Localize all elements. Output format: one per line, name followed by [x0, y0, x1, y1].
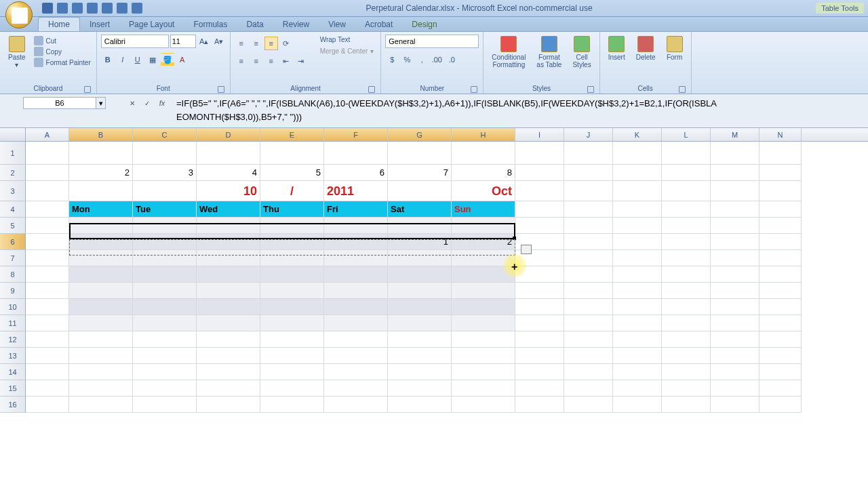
row-header[interactable]: 3 [0, 181, 26, 201]
col-header[interactable]: E [260, 128, 324, 141]
align-center-button[interactable]: ≡ [250, 54, 263, 68]
align-top-button[interactable]: ≡ [235, 37, 248, 50]
border-button[interactable]: ▦ [146, 53, 159, 66]
cell[interactable] [662, 364, 711, 380]
cell[interactable] [133, 283, 197, 299]
cell[interactable] [197, 142, 260, 165]
cell[interactable] [69, 266, 133, 283]
cell[interactable] [662, 218, 711, 234]
cell[interactable] [26, 165, 69, 181]
cell[interactable] [711, 250, 760, 266]
format-cells-button[interactable]: Form [663, 35, 687, 83]
cell[interactable] [26, 266, 69, 283]
select-all-corner[interactable] [0, 128, 26, 141]
row-header[interactable]: 5 [0, 218, 26, 234]
row-header[interactable]: 15 [0, 380, 26, 396]
cell[interactable] [662, 283, 711, 299]
row-header[interactable]: 4 [0, 201, 26, 218]
cell[interactable] [613, 165, 662, 181]
font-color-button[interactable]: A [176, 53, 189, 66]
cell[interactable] [260, 234, 324, 250]
cell[interactable] [452, 396, 515, 413]
row-header[interactable]: 10 [0, 299, 26, 315]
cell-grid[interactable]: 122345678310/2011Oct4MonTueWedThuFriSatS… [0, 142, 868, 413]
cell[interactable] [515, 181, 564, 201]
col-header[interactable]: J [564, 128, 613, 141]
cell[interactable] [324, 380, 388, 396]
undo-icon[interactable] [57, 3, 68, 14]
cell[interactable] [260, 380, 324, 396]
cell[interactable] [452, 250, 515, 266]
cell[interactable]: 7 [388, 165, 452, 181]
row-header[interactable]: 7 [0, 250, 26, 266]
cell[interactable] [197, 380, 260, 396]
cell[interactable] [324, 266, 388, 283]
cell[interactable] [515, 201, 564, 218]
cell[interactable] [515, 165, 564, 181]
cell[interactable] [69, 283, 133, 299]
name-box-dropdown[interactable]: ▾ [96, 97, 106, 109]
cell[interactable] [711, 201, 760, 218]
cell[interactable] [662, 380, 711, 396]
row-header[interactable]: 8 [0, 266, 26, 283]
cell[interactable]: 2 [452, 234, 515, 250]
cell[interactable] [564, 299, 613, 315]
cell[interactable] [662, 315, 711, 331]
cell[interactable] [515, 331, 564, 348]
cell[interactable] [69, 364, 133, 380]
cell[interactable] [760, 142, 802, 165]
cell[interactable] [711, 142, 760, 165]
cell[interactable] [260, 396, 324, 413]
cell[interactable] [69, 380, 133, 396]
cell[interactable] [515, 142, 564, 165]
cell[interactable]: / [260, 181, 324, 201]
wrap-text-button[interactable]: Wrap Text [315, 35, 377, 45]
cell[interactable] [133, 142, 197, 165]
cell[interactable] [760, 165, 802, 181]
col-header[interactable]: N [760, 128, 802, 141]
cell[interactable] [711, 181, 760, 201]
cell[interactable] [711, 315, 760, 331]
cell[interactable] [260, 142, 324, 165]
cell[interactable] [26, 234, 69, 250]
cell[interactable] [388, 348, 452, 364]
cell[interactable] [760, 364, 802, 380]
cell[interactable] [515, 380, 564, 396]
office-button[interactable] [5, 1, 33, 28]
cell[interactable]: Sun [452, 201, 515, 218]
cell[interactable] [662, 266, 711, 283]
cell[interactable] [760, 396, 802, 413]
cell[interactable] [564, 348, 613, 364]
col-header[interactable]: G [388, 128, 452, 141]
delete-cells-button[interactable]: Delete [632, 35, 660, 83]
cell[interactable] [388, 315, 452, 331]
cell[interactable] [760, 348, 802, 364]
bold-button[interactable]: B [101, 53, 115, 66]
cell[interactable] [69, 181, 133, 201]
cell[interactable] [564, 364, 613, 380]
cell[interactable] [69, 299, 133, 315]
cell[interactable] [69, 315, 133, 331]
cell[interactable]: 1 [388, 234, 452, 250]
number-format-select[interactable] [385, 35, 479, 48]
cell[interactable] [388, 218, 452, 234]
cell[interactable] [260, 266, 324, 283]
insert-cells-button[interactable]: Insert [604, 35, 629, 83]
cell[interactable] [452, 142, 515, 165]
cell[interactable] [711, 380, 760, 396]
cell[interactable] [613, 348, 662, 364]
cell[interactable] [760, 315, 802, 331]
cell[interactable] [260, 315, 324, 331]
cell[interactable]: 3 [133, 165, 197, 181]
cell[interactable] [760, 380, 802, 396]
cell[interactable] [26, 315, 69, 331]
cell[interactable] [324, 364, 388, 380]
tab-insert[interactable]: Insert [80, 18, 119, 31]
cell[interactable] [324, 299, 388, 315]
cell[interactable] [452, 299, 515, 315]
cell[interactable]: Thu [260, 201, 324, 218]
col-header[interactable]: H [452, 128, 515, 141]
cell[interactable]: Fri [324, 201, 388, 218]
col-header[interactable]: M [711, 128, 760, 141]
cell[interactable] [452, 218, 515, 234]
